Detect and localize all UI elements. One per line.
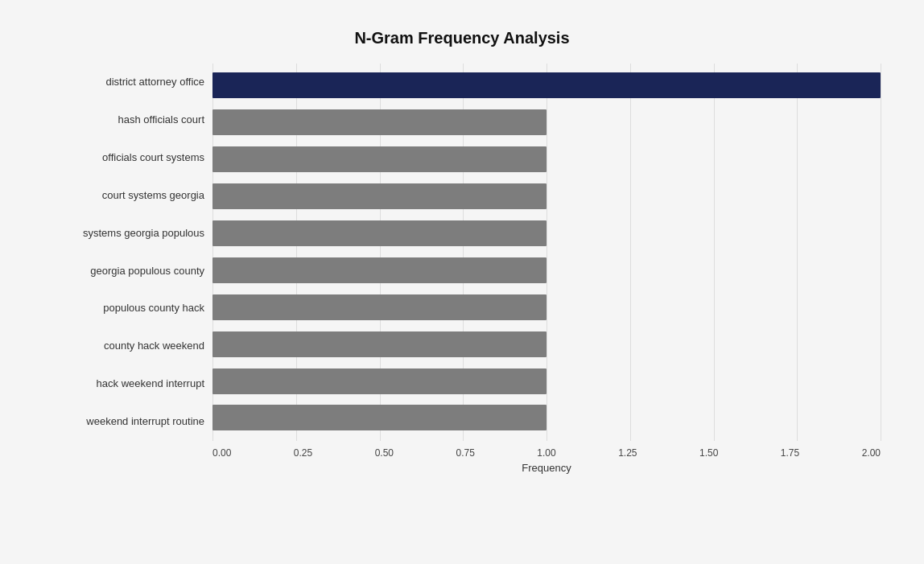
x-tick: 1.25	[618, 447, 637, 459]
chart-container: N-Gram Frequency Analysis district attor…	[19, 13, 905, 552]
x-tick: 0.25	[294, 447, 312, 459]
bars-plot	[212, 64, 881, 441]
bar-row	[212, 144, 881, 175]
bar	[212, 109, 547, 135]
x-tick: 0.00	[212, 447, 231, 459]
x-axis-label: Frequency	[212, 462, 881, 474]
y-label: court systems georgia	[43, 189, 204, 202]
y-label: county hack weekend	[43, 340, 204, 352]
bar-row	[212, 329, 881, 360]
x-axis: 0.000.250.500.751.001.251.501.752.00	[212, 447, 881, 459]
grid-line	[881, 64, 881, 441]
bar	[212, 146, 547, 172]
y-label: district attorney office	[43, 76, 204, 89]
x-tick: 0.75	[456, 447, 474, 459]
x-tick: 1.50	[699, 447, 718, 459]
y-labels: district attorney officehash officials c…	[43, 64, 212, 441]
bars-section: district attorney officehash officials c…	[43, 64, 881, 441]
bar	[212, 405, 547, 430]
y-label: georgia populous county	[43, 265, 204, 278]
bar	[212, 294, 547, 320]
bar	[212, 331, 547, 357]
chart-title: N-Gram Frequency Analysis	[43, 29, 881, 47]
y-label: hack weekend interrupt	[43, 377, 204, 390]
y-label: officials court systems	[43, 151, 204, 164]
bar	[212, 368, 547, 394]
x-tick: 1.00	[537, 447, 555, 459]
x-tick: 2.00	[862, 447, 881, 459]
bar-row	[212, 402, 881, 433]
bar-row	[212, 70, 881, 101]
x-tick: 1.75	[781, 447, 799, 459]
bar-row	[212, 255, 881, 286]
bar	[212, 72, 881, 98]
x-ticks: 0.000.250.500.751.001.251.501.752.00	[212, 447, 881, 459]
bar-row	[212, 107, 881, 138]
bar-row	[212, 181, 881, 212]
y-label: hash officials court	[43, 113, 204, 126]
y-label: weekend interrupt routine	[43, 415, 204, 428]
x-tick: 0.50	[375, 447, 394, 459]
y-label: systems georgia populous	[43, 227, 204, 240]
chart-area: district attorney officehash officials c…	[43, 64, 881, 474]
y-label: populous county hack	[43, 302, 204, 315]
bar	[212, 220, 547, 246]
bar-row	[212, 292, 881, 323]
bar	[212, 183, 547, 209]
bar-row	[212, 366, 881, 397]
bar-row	[212, 218, 881, 249]
bar	[212, 257, 547, 283]
bars-wrapper	[212, 64, 881, 441]
